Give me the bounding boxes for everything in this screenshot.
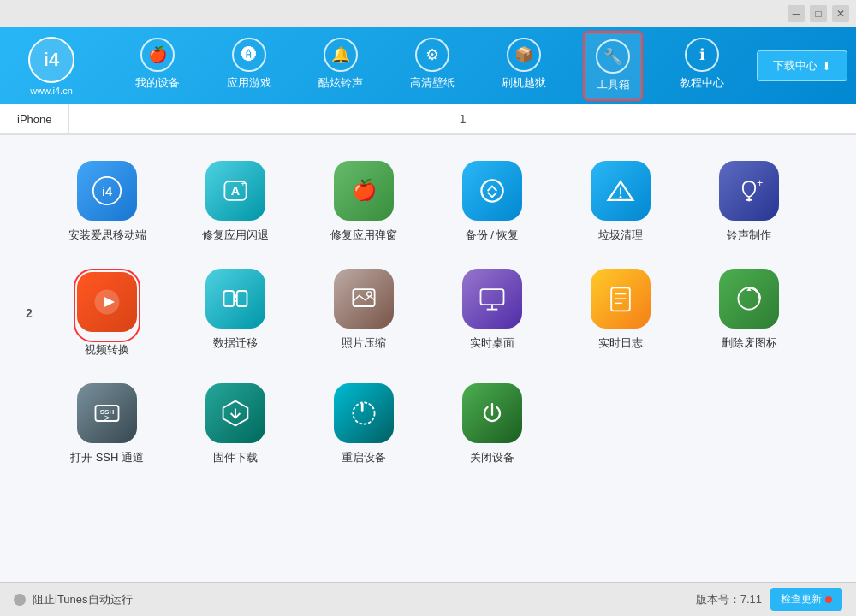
- fix-app-popup-icon: 🍎: [334, 161, 394, 221]
- download-icon: ⬇: [822, 60, 831, 73]
- shutdown-device-icon: [462, 383, 522, 443]
- nav-item-wallpaper[interactable]: ⚙高清壁纸: [400, 31, 465, 101]
- nav-item-app-games[interactable]: 🅐应用游戏: [217, 31, 282, 101]
- svg-text:A: A: [231, 184, 241, 198]
- nav-item-tutorials[interactable]: ℹ教程中心: [669, 31, 734, 101]
- minimize-button[interactable]: ─: [788, 5, 805, 22]
- svg-rect-22: [611, 287, 630, 311]
- svg-point-9: [620, 196, 622, 198]
- tool-icon-wrap-live-log: [591, 269, 651, 335]
- tool-icon-wrap-install-i4: i4: [77, 161, 137, 228]
- my-device-label: 我的设备: [135, 75, 180, 91]
- svg-point-6: [481, 180, 502, 201]
- ringtones-label: 酷炫铃声: [318, 75, 363, 91]
- tutorials-icon: ℹ: [685, 38, 719, 72]
- video-convert-label: 视频转换: [85, 342, 129, 358]
- tool-icon-wrap-fix-app-crash: A+: [205, 161, 265, 228]
- video-convert-icon: [77, 272, 137, 332]
- download-center-button[interactable]: 下载中心 ⬇: [757, 50, 847, 81]
- jailbreak-icon: 📦: [507, 38, 541, 72]
- header: i4 www.i4.cn 🍎我的设备🅐应用游戏🔔酷炫铃声⚙高清壁纸📦刷机越狱🔧工…: [0, 27, 856, 104]
- tool-item-ringtone-make[interactable]: +铃声制作: [693, 161, 805, 243]
- tool-item-live-log[interactable]: 实时日志: [565, 269, 676, 358]
- status-bar: 阻止iTunes自动运行 版本号：7.11 检查更新: [0, 582, 856, 616]
- nav-item-my-device[interactable]: 🍎我的设备: [125, 31, 190, 101]
- tool-item-data-migrate[interactable]: 数据迁移: [180, 269, 291, 358]
- tool-icon-wrap-live-desktop: [462, 269, 522, 335]
- version-label: 版本号：7.11: [696, 592, 762, 607]
- tool-icon-wrap-photo-compress: [334, 269, 394, 335]
- tool-icon-wrap-delete-junk-icon: [719, 269, 779, 335]
- logo[interactable]: i4 www.i4.cn: [9, 37, 94, 96]
- tool-item-shutdown-device[interactable]: 关闭设备: [437, 383, 548, 465]
- ringtone-make-icon: +: [719, 161, 779, 221]
- tool-item-backup-restore[interactable]: 备份 / 恢复: [437, 161, 548, 243]
- trash-clean-label: 垃圾清理: [598, 228, 643, 243]
- svg-text:+: +: [757, 177, 763, 189]
- live-log-label: 实时日志: [598, 335, 643, 351]
- svg-rect-16: [237, 291, 247, 306]
- page-number: 1: [69, 104, 856, 133]
- ssh-tunnel-icon: SSH>: [77, 383, 137, 443]
- tool-item-delete-junk-icon[interactable]: 删除废图标: [693, 269, 805, 358]
- ssh-tunnel-label: 打开 SSH 通道: [70, 450, 144, 465]
- trash-clean-icon: [591, 161, 651, 221]
- ringtone-make-label: 铃声制作: [727, 228, 771, 243]
- tool-item-live-desktop[interactable]: 实时桌面: [437, 269, 548, 358]
- photo-compress-icon: [334, 269, 394, 329]
- wallpaper-icon: ⚙: [415, 38, 449, 72]
- status-right: 版本号：7.11 检查更新: [696, 588, 842, 611]
- tool-item-video-convert[interactable]: 视频转换: [51, 269, 163, 358]
- nav-item-toolbox[interactable]: 🔧工具箱: [583, 31, 643, 101]
- tool-item-ssh-tunnel[interactable]: SSH>打开 SSH 通道: [51, 383, 163, 465]
- toolbox-label: 工具箱: [597, 77, 630, 92]
- svg-text:🍎: 🍎: [352, 178, 377, 202]
- install-i4-icon: i4: [77, 161, 137, 221]
- live-desktop-label: 实时桌面: [470, 335, 514, 351]
- device-bar: iPhone 1: [0, 104, 856, 135]
- backup-restore-icon: [462, 161, 522, 221]
- install-i4-label: 安装爱思移动端: [68, 228, 146, 243]
- photo-compress-label: 照片压缩: [342, 335, 386, 351]
- check-update-button[interactable]: 检查更新: [770, 588, 842, 611]
- tutorials-label: 教程中心: [680, 75, 724, 91]
- nav-item-ringtones[interactable]: 🔔酷炫铃声: [308, 31, 373, 101]
- jailbreak-label: 刷机越狱: [502, 75, 546, 91]
- tool-item-install-i4[interactable]: i4安装爱思移动端: [51, 161, 163, 243]
- update-dot: [825, 596, 832, 603]
- tool-item-fix-app-popup[interactable]: 🍎修复应用弹窗: [308, 161, 419, 243]
- wallpaper-label: 高清壁纸: [410, 75, 455, 91]
- tool-item-firmware-dl[interactable]: 固件下载: [180, 383, 291, 465]
- logo-icon: i4: [28, 37, 74, 83]
- nav-item-jailbreak[interactable]: 📦刷机越狱: [491, 31, 556, 101]
- maximize-button[interactable]: □: [810, 5, 827, 22]
- tool-icon-wrap-shutdown-device: [462, 383, 522, 450]
- tool-item-fix-app-crash[interactable]: A+修复应用闪退: [180, 161, 291, 243]
- nav-items: 🍎我的设备🅐应用游戏🔔酷炫铃声⚙高清壁纸📦刷机越狱🔧工具箱ℹ教程中心: [111, 31, 748, 101]
- data-migrate-label: 数据迁移: [213, 335, 258, 351]
- svg-point-32: [353, 402, 374, 424]
- tool-icon-wrap-ssh-tunnel: SSH>: [77, 383, 137, 450]
- svg-text:i4: i4: [102, 185, 112, 198]
- live-log-icon: [591, 269, 651, 329]
- data-migrate-icon: [205, 269, 265, 329]
- svg-text:>: >: [104, 412, 110, 423]
- tool-item-photo-compress[interactable]: 照片压缩: [308, 269, 419, 358]
- tool-item-restart-device[interactable]: 重启设备: [308, 383, 419, 465]
- backup-restore-label: 备份 / 恢复: [466, 228, 520, 243]
- row-annotation-2: 2: [26, 306, 33, 320]
- device-tab-iphone[interactable]: iPhone: [0, 104, 69, 133]
- delete-junk-icon-label: 删除废图标: [722, 335, 777, 351]
- svg-rect-15: [224, 291, 235, 306]
- tool-item-trash-clean[interactable]: 垃圾清理: [565, 161, 676, 243]
- live-desktop-icon: [462, 269, 522, 329]
- tool-icon-wrap-fix-app-popup: 🍎: [334, 161, 394, 228]
- tool-icon-wrap-backup-restore: [462, 161, 522, 228]
- my-device-icon: 🍎: [140, 38, 175, 72]
- svg-text:+: +: [241, 178, 246, 188]
- status-left: 阻止iTunes自动运行: [14, 592, 133, 607]
- toolbox-icon: 🔧: [596, 39, 630, 74]
- fix-app-crash-icon: A+: [205, 161, 265, 221]
- close-button[interactable]: ✕: [832, 5, 849, 22]
- status-indicator: [14, 594, 26, 606]
